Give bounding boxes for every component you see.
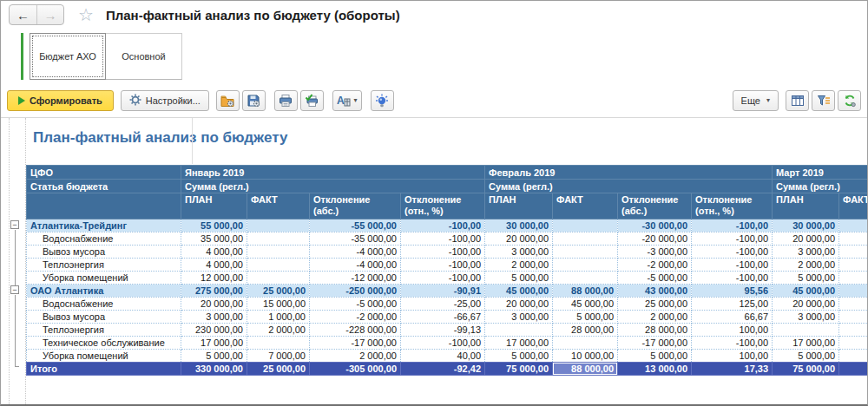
print-button[interactable] bbox=[274, 90, 298, 111]
cell[interactable]: -100,00 bbox=[401, 246, 485, 259]
cell[interactable]: -30 000,00 bbox=[618, 219, 692, 232]
cell[interactable]: 66,67 bbox=[692, 311, 773, 324]
cell[interactable]: -100,00 bbox=[692, 259, 773, 272]
cell[interactable] bbox=[553, 337, 618, 350]
cell[interactable]: 3 000,00 bbox=[773, 246, 839, 259]
cell[interactable]: -2 000,00 bbox=[618, 259, 692, 272]
cell[interactable]: -100,00 bbox=[401, 219, 485, 232]
cell[interactable]: 5 000,00 bbox=[618, 350, 692, 363]
cell[interactable]: -20 000,00 bbox=[618, 232, 692, 246]
column-header[interactable]: ЦФО bbox=[27, 166, 181, 180]
cell[interactable] bbox=[247, 337, 310, 350]
column-header[interactable]: Отклонение (отн., %) bbox=[692, 193, 773, 219]
cell[interactable] bbox=[247, 232, 310, 246]
filter-sort-button[interactable] bbox=[812, 90, 835, 111]
cell[interactable] bbox=[839, 311, 867, 324]
cell[interactable]: 4 000,00 bbox=[181, 246, 247, 259]
cell[interactable]: -5 000,00 bbox=[310, 298, 401, 311]
cell[interactable] bbox=[553, 259, 618, 272]
cell[interactable]: -66,67 bbox=[401, 311, 485, 324]
column-header[interactable]: Статья бюджета bbox=[27, 180, 181, 193]
cell[interactable]: -100,00 bbox=[692, 219, 773, 232]
cell[interactable]: 35 000,00 bbox=[181, 232, 247, 246]
cell[interactable] bbox=[839, 246, 867, 259]
cell[interactable]: 125,00 bbox=[692, 298, 773, 311]
row-label[interactable]: Водоснабжение bbox=[27, 232, 181, 246]
cell[interactable]: 28 000,00 bbox=[618, 324, 692, 337]
column-header[interactable]: Отклонение (абс.) bbox=[310, 193, 401, 219]
cell[interactable] bbox=[839, 350, 867, 363]
cell[interactable]: -12 000,00 bbox=[310, 272, 401, 285]
cell[interactable]: 25 000,00 bbox=[247, 363, 310, 376]
cell[interactable]: 5 000,00 bbox=[485, 350, 553, 363]
cell[interactable]: -100,00 bbox=[692, 232, 773, 246]
cell[interactable]: 20 000,00 bbox=[773, 232, 839, 246]
cell[interactable]: 45 000,00 bbox=[553, 298, 618, 311]
cell[interactable]: 3 000,00 bbox=[181, 311, 247, 324]
row-label[interactable]: Уборка помещений bbox=[27, 350, 181, 363]
cell[interactable]: 17,33 bbox=[692, 363, 773, 376]
cell[interactable]: -228 000,00 bbox=[310, 324, 401, 337]
cell[interactable]: 5 000,00 bbox=[181, 350, 247, 363]
cell[interactable]: 20 000,00 bbox=[773, 298, 839, 311]
folder-settings-button[interactable] bbox=[216, 90, 240, 111]
cell[interactable]: -4 000,00 bbox=[310, 246, 401, 259]
cell[interactable]: -3 000,00 bbox=[618, 246, 692, 259]
column-header[interactable]: ПЛАН bbox=[773, 193, 839, 219]
cell[interactable]: 2 000,00 bbox=[310, 350, 401, 363]
cell[interactable]: 275 000,00 bbox=[181, 285, 247, 298]
forward-button[interactable]: → bbox=[36, 5, 63, 24]
cell[interactable]: -100,00 bbox=[692, 272, 773, 285]
row-label[interactable]: Теплоэнергия bbox=[27, 324, 181, 337]
cell[interactable] bbox=[247, 246, 310, 259]
cell[interactable]: -100,00 bbox=[692, 337, 773, 350]
cell[interactable]: 3 000,00 bbox=[773, 311, 839, 324]
font-appearance-button[interactable]: A▾ bbox=[332, 90, 362, 111]
generate-button[interactable]: Сформировать bbox=[7, 90, 114, 111]
column-header[interactable]: Январь 2019 bbox=[181, 166, 485, 180]
lightbulb-button[interactable] bbox=[371, 90, 394, 111]
cell[interactable]: 17 000,00 bbox=[773, 337, 839, 350]
cell[interactable] bbox=[247, 219, 310, 232]
cell[interactable]: 10 000,00 bbox=[553, 350, 618, 363]
cell[interactable]: 20 000,00 bbox=[485, 298, 553, 311]
cell[interactable] bbox=[839, 337, 867, 350]
column-header[interactable]: ПЛАН bbox=[485, 193, 553, 219]
column-header[interactable]: ФАКТ bbox=[247, 193, 310, 219]
settings-button[interactable]: Настройки... bbox=[121, 90, 209, 111]
cell[interactable] bbox=[839, 363, 867, 376]
cell[interactable]: 20 000,00 bbox=[485, 232, 553, 246]
cell[interactable]: 2 000,00 bbox=[773, 259, 839, 272]
cell[interactable]: -99,13 bbox=[401, 324, 485, 337]
cell[interactable]: 5 000,00 bbox=[773, 350, 839, 363]
row-label[interactable]: ОАО Атлантика bbox=[27, 285, 181, 298]
cell[interactable]: 4 000,00 bbox=[181, 259, 247, 272]
cell[interactable]: 28 000,00 bbox=[553, 324, 618, 337]
cell[interactable]: 55 000,00 bbox=[181, 219, 247, 232]
cell[interactable]: 88 000,00 bbox=[553, 363, 618, 376]
cell[interactable] bbox=[247, 259, 310, 272]
tab-0[interactable]: Бюджет АХО bbox=[30, 33, 106, 80]
cell[interactable]: 30 000,00 bbox=[773, 219, 839, 232]
cell[interactable]: 5 000,00 bbox=[773, 272, 839, 285]
column-header[interactable]: Февраль 2019 bbox=[485, 166, 773, 180]
cell[interactable]: 25 000,00 bbox=[618, 298, 692, 311]
favorite-star-icon[interactable]: ☆ bbox=[78, 6, 94, 23]
table-columns-button[interactable] bbox=[786, 90, 809, 111]
cell[interactable] bbox=[839, 285, 867, 298]
column-header[interactable]: Отклонение (отн., %) bbox=[401, 193, 485, 219]
cell[interactable]: 5 000,00 bbox=[553, 311, 618, 324]
cell[interactable]: 17 000,00 bbox=[181, 337, 247, 350]
cell[interactable] bbox=[839, 298, 867, 311]
row-label[interactable]: Водоснабжение bbox=[27, 298, 181, 311]
cell[interactable]: 7 000,00 bbox=[247, 350, 310, 363]
cell[interactable] bbox=[247, 272, 310, 285]
cell[interactable]: 3 000,00 bbox=[485, 311, 553, 324]
column-header[interactable]: ФАКТ bbox=[839, 193, 867, 219]
cell[interactable]: 45 000,00 bbox=[773, 285, 839, 298]
cell[interactable]: 100,00 bbox=[692, 350, 773, 363]
cell[interactable]: 3 000,00 bbox=[485, 246, 553, 259]
cell[interactable]: -17 000,00 bbox=[310, 337, 401, 350]
column-header[interactable]: Сумма (регл.) bbox=[485, 180, 773, 193]
row-label[interactable]: Итого bbox=[27, 363, 181, 376]
